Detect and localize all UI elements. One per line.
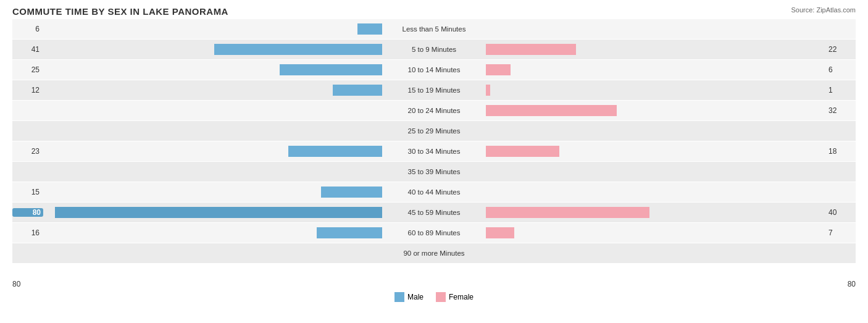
female-bar <box>486 44 576 55</box>
chart-row: 23 30 to 34 Minutes 18 <box>12 141 856 161</box>
right-value: 40 <box>825 208 856 217</box>
right-value: 22 <box>825 45 856 54</box>
legend-male-label: Male <box>407 293 424 301</box>
male-bar-side <box>43 22 385 36</box>
male-bar-side <box>43 43 385 56</box>
chart-title: COMMUTE TIME BY SEX IN LAKE PANORAMA <box>12 6 856 17</box>
axis-left-label: 80 <box>12 280 20 288</box>
female-bar <box>486 227 514 238</box>
female-bar-side <box>483 165 825 178</box>
male-bar-side <box>43 83 385 97</box>
male-bar-side <box>43 104 385 117</box>
left-value: 23 <box>12 147 43 156</box>
female-bar <box>486 207 649 218</box>
female-bar-side <box>483 206 825 219</box>
female-bar <box>486 105 617 116</box>
left-value: 15 <box>12 188 43 196</box>
male-bar-side <box>43 206 385 219</box>
row-label: 30 to 34 Minutes <box>385 148 483 155</box>
legend-male: Male <box>394 292 424 302</box>
male-bar <box>321 187 382 198</box>
male-bar-side <box>43 246 385 260</box>
legend-female: Female <box>436 292 474 302</box>
female-bar-side <box>483 63 825 77</box>
chart-row: 20 to 24 Minutes 32 <box>12 101 856 120</box>
axis-right-label: 80 <box>848 280 856 288</box>
female-bar <box>486 64 511 75</box>
female-bar-side <box>483 246 825 260</box>
row-label: 20 to 24 Minutes <box>385 107 483 114</box>
male-bar <box>280 64 382 75</box>
chart-row: 41 5 to 9 Minutes 22 <box>12 40 856 59</box>
chart-row: 90 or more Minutes <box>12 243 856 263</box>
female-bar <box>486 85 490 96</box>
row-label: Less than 5 Minutes <box>385 25 483 33</box>
female-bar <box>486 146 559 157</box>
chart-area: 6 Less than 5 Minutes 41 5 to 9 Minutes … <box>12 19 856 279</box>
chart-row: 25 10 to 14 Minutes 6 <box>12 60 856 80</box>
right-value: 32 <box>825 106 856 115</box>
row-label: 5 to 9 Minutes <box>385 46 483 53</box>
male-bar-side <box>43 145 385 158</box>
chart-source: Source: ZipAtlas.com <box>791 6 856 14</box>
male-bar-side <box>43 165 385 178</box>
chart-row: 35 to 39 Minutes <box>12 162 856 182</box>
chart-row: 25 to 29 Minutes <box>12 121 856 141</box>
male-bar-side <box>43 63 385 77</box>
legend: Male Female <box>12 292 856 302</box>
legend-female-label: Female <box>449 293 474 301</box>
right-value: 18 <box>825 147 856 156</box>
right-value: 7 <box>825 229 856 237</box>
male-bar-side <box>43 124 385 138</box>
right-value: 1 <box>825 86 856 94</box>
right-value: 6 <box>825 65 856 74</box>
female-bar-side <box>483 22 825 36</box>
left-value: 16 <box>12 229 43 237</box>
male-bar <box>55 207 382 218</box>
legend-female-box <box>436 292 446 302</box>
female-bar-side <box>483 43 825 56</box>
male-bar-side <box>43 226 385 240</box>
row-label: 25 to 29 Minutes <box>385 127 483 135</box>
female-bar-side <box>483 185 825 199</box>
left-value: 25 <box>12 65 43 74</box>
chart-row: 15 40 to 44 Minutes <box>12 182 856 202</box>
chart-row: 6 Less than 5 Minutes <box>12 19 856 39</box>
left-value: 12 <box>12 86 43 94</box>
female-bar-side <box>483 83 825 97</box>
legend-male-box <box>394 292 404 302</box>
left-value: 80 <box>12 208 43 217</box>
male-bar <box>357 23 382 35</box>
left-value: 41 <box>12 45 43 54</box>
chart-row: 12 15 to 19 Minutes 1 <box>12 80 856 100</box>
row-label: 45 to 59 Minutes <box>385 209 483 216</box>
row-label: 60 to 89 Minutes <box>385 229 483 237</box>
chart-row: 16 60 to 89 Minutes 7 <box>12 223 856 243</box>
male-bar <box>288 146 382 157</box>
row-label: 40 to 44 Minutes <box>385 188 483 196</box>
female-bar-side <box>483 104 825 117</box>
left-value: 6 <box>12 25 43 33</box>
female-bar-side <box>483 124 825 138</box>
chart-container: COMMUTE TIME BY SEX IN LAKE PANORAMA Sou… <box>0 0 868 323</box>
row-label: 15 to 19 Minutes <box>385 86 483 94</box>
row-label: 10 to 14 Minutes <box>385 66 483 73</box>
chart-row: 80 45 to 59 Minutes 40 <box>12 203 856 222</box>
female-bar-side <box>483 145 825 158</box>
male-bar <box>333 85 382 96</box>
female-bar-side <box>483 226 825 240</box>
male-bar <box>317 227 382 238</box>
row-label: 35 to 39 Minutes <box>385 168 483 175</box>
row-label: 90 or more Minutes <box>385 250 483 257</box>
axis-labels: 80 80 <box>12 280 856 288</box>
male-bar <box>214 44 382 55</box>
male-bar-side <box>43 185 385 199</box>
